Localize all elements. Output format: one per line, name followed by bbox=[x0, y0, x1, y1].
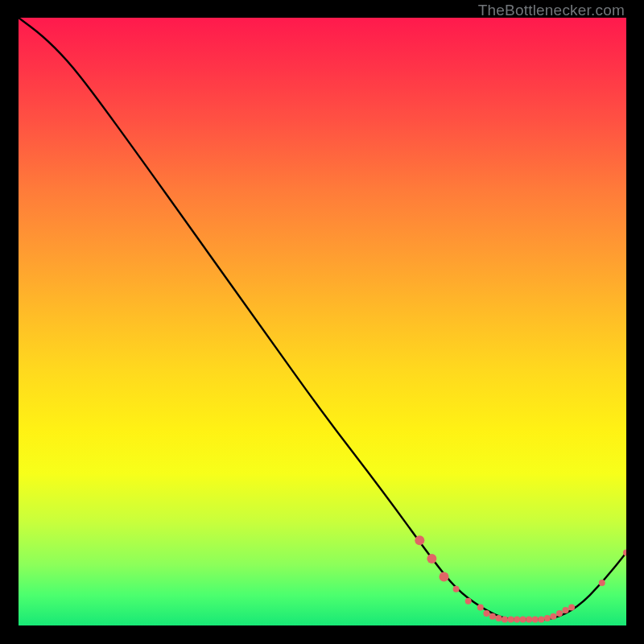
highlight-point bbox=[502, 617, 508, 623]
watermark-text: TheBottlenecker.com bbox=[478, 2, 625, 19]
highlight-point bbox=[427, 554, 436, 564]
highlight-point bbox=[483, 610, 489, 617]
highlight-point bbox=[599, 580, 605, 586]
highlight-point bbox=[415, 535, 424, 545]
highlight-point bbox=[563, 607, 569, 613]
highlight-point bbox=[489, 613, 496, 620]
highlight-point bbox=[508, 617, 514, 623]
highlight-point bbox=[453, 586, 460, 592]
highlight-point bbox=[514, 617, 520, 623]
highlight-point bbox=[556, 610, 563, 617]
highlight-point bbox=[526, 617, 532, 623]
highlight-point bbox=[544, 615, 551, 621]
highlight-point bbox=[550, 613, 556, 620]
highlight-point bbox=[520, 617, 526, 623]
chart-frame: TheBottlenecker.com bbox=[0, 0, 644, 644]
curve-line bbox=[19, 18, 626, 620]
highlight-point bbox=[440, 572, 449, 582]
highlight-point bbox=[465, 598, 472, 605]
highlight-point bbox=[532, 617, 539, 623]
highlight-point bbox=[568, 604, 575, 610]
highlight-point bbox=[496, 615, 502, 621]
highlight-markers bbox=[415, 535, 626, 622]
highlight-point bbox=[477, 604, 484, 610]
chart-svg bbox=[19, 18, 626, 625]
highlight-point bbox=[538, 617, 544, 623]
chart-plot-area bbox=[19, 18, 626, 625]
